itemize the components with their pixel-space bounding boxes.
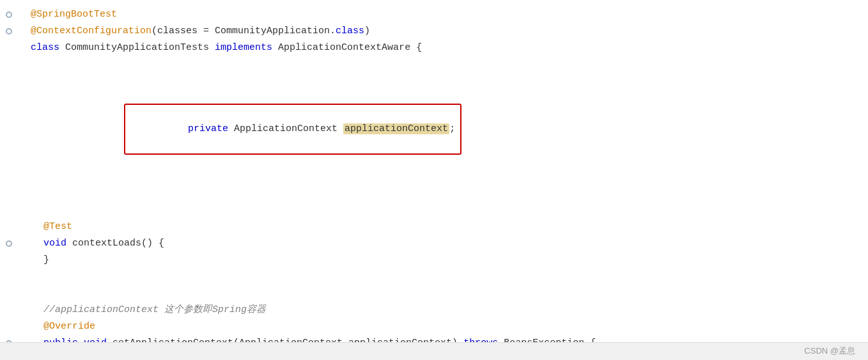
bottom-bar: CSDN @孟息 bbox=[0, 342, 868, 360]
line-content-13: //applicationContext 这个参数即Spring容器 bbox=[18, 302, 862, 318]
line-content-9: void contextLoads() { bbox=[18, 236, 862, 251]
gutter-1 bbox=[0, 12, 18, 18]
line-content-4 bbox=[18, 57, 862, 72]
code-line-10: } bbox=[0, 252, 868, 269]
line-content-5: private ApplicationContext applicationCo… bbox=[18, 73, 862, 185]
code-line-9: void contextLoads() { bbox=[0, 235, 868, 252]
code-line-6 bbox=[0, 185, 868, 202]
code-line-7 bbox=[0, 202, 868, 219]
text-paren-close: ) bbox=[364, 26, 370, 36]
line-content-3: class CommunityApplicationTests implemen… bbox=[18, 40, 862, 56]
semicolon-1: ; bbox=[449, 123, 455, 134]
line-content-11 bbox=[18, 269, 862, 285]
interface-name: ApplicationContextAware { bbox=[278, 42, 422, 53]
code-line-5: private ApplicationContext applicationCo… bbox=[0, 73, 868, 185]
method-contextloads: contextLoads() { bbox=[72, 238, 164, 249]
line-content-1: @SpringBootTest bbox=[18, 7, 862, 22]
watermark-text: CSDN @孟息 bbox=[804, 345, 855, 358]
breakpoint-dot-2[interactable] bbox=[6, 28, 12, 35]
comment-applicationcontext: //applicationContext 这个参数即Spring容器 bbox=[43, 304, 266, 315]
code-line-11 bbox=[0, 269, 868, 285]
annotation-springboottest: @SpringBootTest bbox=[31, 9, 117, 20]
text-contextconfig-params: (classes = CommunityApplication. bbox=[151, 26, 336, 36]
code-line-13: //applicationContext 这个参数即Spring容器 bbox=[0, 302, 868, 318]
code-line-14: @Override bbox=[0, 318, 868, 335]
gutter-9 bbox=[0, 240, 18, 247]
code-line-8: @Test bbox=[0, 219, 868, 235]
code-line-12 bbox=[0, 285, 868, 302]
code-line-1: @SpringBootTest bbox=[0, 6, 868, 23]
type-applicationcontext: ApplicationContext bbox=[234, 123, 343, 134]
code-editor: @SpringBootTest @ContextConfiguration(cl… bbox=[0, 0, 868, 360]
close-brace-10: } bbox=[43, 254, 49, 265]
class-name-decl: CommunityApplicationTests bbox=[65, 42, 215, 53]
annotation-contextconfig: @ContextConfiguration bbox=[31, 26, 151, 36]
line-content-8: @Test bbox=[18, 219, 862, 235]
kw-implements: implements bbox=[215, 42, 278, 53]
kw-void-9: void bbox=[43, 238, 72, 249]
line-content-6 bbox=[18, 186, 862, 201]
kw-class-decl: class bbox=[31, 42, 65, 53]
line-content-14: @Override bbox=[18, 319, 862, 334]
line-content-10: } bbox=[18, 253, 862, 268]
line-content-12 bbox=[18, 286, 862, 301]
annotation-test: @Test bbox=[43, 221, 72, 232]
kw-class: class bbox=[336, 26, 364, 36]
breakpoint-dot-1[interactable] bbox=[6, 12, 12, 18]
breakpoint-dot-9[interactable] bbox=[6, 240, 12, 247]
code-line-2: @ContextConfiguration(classes = Communit… bbox=[0, 23, 868, 40]
code-line-3: class CommunityApplicationTests implemen… bbox=[0, 40, 868, 56]
code-line-4 bbox=[0, 56, 868, 73]
line-content-7 bbox=[18, 203, 862, 218]
line-content-2: @ContextConfiguration(classes = Communit… bbox=[18, 24, 862, 39]
red-box-private-field: private ApplicationContext applicationCo… bbox=[124, 104, 461, 155]
kw-private: private bbox=[188, 123, 234, 134]
var-applicationcontext: applicationContext bbox=[343, 123, 449, 134]
gutter-2 bbox=[0, 28, 18, 35]
annotation-override: @Override bbox=[43, 321, 95, 332]
